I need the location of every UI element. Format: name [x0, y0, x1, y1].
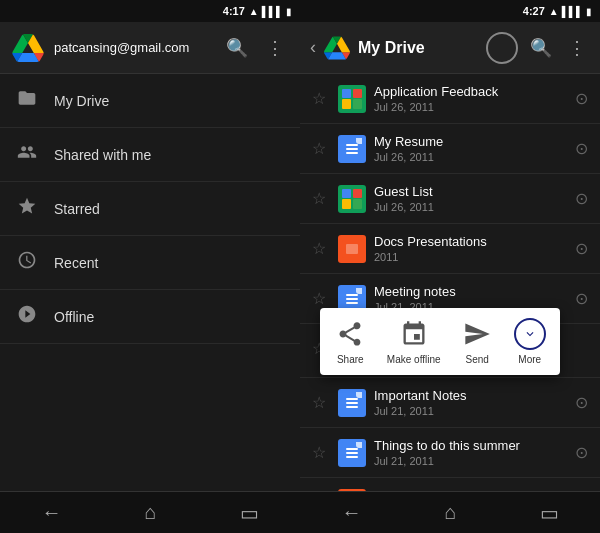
sidebar-item-label: My Drive — [54, 93, 109, 109]
sidebar-item-my-drive[interactable]: My Drive — [0, 74, 300, 128]
left-status-bar: 4:17 ▲ ▌▌▌ ▮ — [0, 0, 300, 22]
file-name: My Resume — [374, 134, 570, 149]
back-button[interactable]: ← — [341, 501, 361, 524]
share-label: Share — [337, 354, 364, 365]
right-header: ‹ My Drive 🔍 ⋮ — [300, 22, 600, 74]
right-header-title: My Drive — [358, 39, 478, 57]
signal-icon: ▌▌▌ — [262, 6, 283, 17]
file-date: Jul 21, 2011 — [374, 455, 570, 467]
home-button[interactable]: ⌂ — [144, 501, 156, 524]
context-more[interactable]: More — [508, 316, 552, 367]
file-name: Application Feedback — [374, 84, 570, 99]
docs-icon — [338, 135, 366, 163]
star-icon[interactable]: ☆ — [308, 393, 330, 412]
left-status-icons: ▲ ▌▌▌ ▮ — [249, 6, 292, 17]
back-button[interactable]: ← — [41, 501, 61, 524]
pin-icon — [398, 318, 430, 350]
file-date: Jul 26, 2011 — [374, 151, 570, 163]
file-info: Cherry blossoms preso Jul 21, 2011 — [374, 488, 570, 491]
profile-circle[interactable] — [486, 32, 518, 64]
star-icon[interactable]: ☆ — [308, 239, 330, 258]
left-more-icon[interactable]: ⋮ — [262, 33, 288, 63]
file-item[interactable]: ☆ Things to do this summer Jul 21, 2011 … — [300, 428, 600, 478]
star-icon[interactable]: ☆ — [308, 189, 330, 208]
file-item-meeting-notes[interactable]: ☆ Meeting notes Jul 21, 2011 ⊙ — [300, 274, 600, 324]
file-list: ☆ Application Feedback Jul 26, 2011 ⊙ ☆ — [300, 74, 600, 491]
people-icon — [16, 142, 38, 167]
file-item[interactable]: ☆ Cherry blossoms preso Jul 21, 2011 ⊙ — [300, 478, 600, 491]
sheets-icon — [338, 85, 366, 113]
star-icon[interactable]: ☆ — [308, 139, 330, 158]
sidebar-item-shared[interactable]: Shared with me — [0, 128, 300, 182]
home-button[interactable]: ⌂ — [444, 501, 456, 524]
file-more-icon[interactable]: ⊙ — [570, 189, 592, 208]
sidebar-item-starred[interactable]: Starred — [0, 182, 300, 236]
file-more-icon[interactable]: ⊙ — [570, 393, 592, 412]
file-name: Cherry blossoms preso — [374, 488, 570, 491]
star-icon[interactable]: ☆ — [308, 89, 330, 108]
file-more-icon[interactable]: ⊙ — [570, 139, 592, 158]
right-more-icon[interactable]: ⋮ — [564, 33, 590, 63]
file-info: Application Feedback Jul 26, 2011 — [374, 84, 570, 113]
sidebar-item-offline[interactable]: Offline — [0, 290, 300, 344]
file-item[interactable]: ☆ Application Feedback Jul 26, 2011 ⊙ — [300, 74, 600, 124]
offline-label: Make offline — [387, 354, 441, 365]
slides-icon — [338, 489, 366, 492]
star-icon — [16, 196, 38, 221]
docs-icon — [338, 439, 366, 467]
sidebar-item-label: Recent — [54, 255, 98, 271]
file-date: Jul 26, 2011 — [374, 101, 570, 113]
battery-icon: ▮ — [286, 6, 292, 17]
file-more-icon[interactable]: ⊙ — [570, 289, 592, 308]
file-item[interactable]: ☆ Guest List Jul 26, 2011 ⊙ — [300, 174, 600, 224]
sidebar-item-recent[interactable]: Recent — [0, 236, 300, 290]
recents-button[interactable]: ▭ — [540, 501, 559, 525]
battery-icon: ▮ — [586, 6, 592, 17]
star-icon[interactable]: ☆ — [308, 443, 330, 462]
right-bottom-nav: ← ⌂ ▭ — [300, 491, 600, 533]
right-status-icons: ▲ ▌▌▌ ▮ — [549, 6, 592, 17]
star-icon[interactable]: ☆ — [308, 289, 330, 308]
file-more-icon[interactable]: ⊙ — [570, 239, 592, 258]
file-name: Things to do this summer — [374, 438, 570, 453]
drive-logo — [12, 34, 44, 62]
file-item[interactable]: ☆ Docs Presentations 2011 ⊙ — [300, 224, 600, 274]
sidebar-item-label: Starred — [54, 201, 100, 217]
right-panel: 4:27 ▲ ▌▌▌ ▮ ‹ My Drive 🔍 ⋮ ☆ — [300, 0, 600, 533]
context-share[interactable]: Share — [328, 316, 372, 367]
context-menu: Share Make offline — [320, 308, 560, 375]
sidebar-item-label: Offline — [54, 309, 94, 325]
file-date: Jul 21, 2011 — [374, 405, 570, 417]
more-circle-icon — [514, 318, 546, 350]
docs-icon — [338, 389, 366, 417]
left-time: 4:17 — [223, 5, 245, 17]
file-name: Guest List — [374, 184, 570, 199]
recents-button[interactable]: ▭ — [240, 501, 259, 525]
file-date: 2011 — [374, 251, 570, 263]
wifi-icon: ▲ — [249, 6, 259, 17]
file-item[interactable]: ☆ My Resume Jul 26, 2011 ⊙ — [300, 124, 600, 174]
file-info: Important Notes Jul 21, 2011 — [374, 388, 570, 417]
right-status-bar: 4:27 ▲ ▌▌▌ ▮ — [300, 0, 600, 22]
file-date: Jul 26, 2011 — [374, 201, 570, 213]
file-info: Docs Presentations 2011 — [374, 234, 570, 263]
left-nav: My Drive Shared with me Starred — [0, 74, 300, 491]
context-offline[interactable]: Make offline — [381, 316, 447, 367]
send-icon — [461, 318, 493, 350]
right-time: 4:27 — [523, 5, 545, 17]
folder-icon — [16, 88, 38, 113]
file-name: Important Notes — [374, 388, 570, 403]
sidebar-item-label: Shared with me — [54, 147, 151, 163]
back-icon[interactable]: ‹ — [310, 37, 316, 58]
file-more-icon[interactable]: ⊙ — [570, 443, 592, 462]
left-search-icon[interactable]: 🔍 — [222, 33, 252, 63]
offline-icon — [16, 304, 38, 329]
right-search-icon[interactable]: 🔍 — [526, 33, 556, 63]
clock-icon — [16, 250, 38, 275]
file-item[interactable]: ☆ Important Notes Jul 21, 2011 ⊙ — [300, 378, 600, 428]
file-info: Guest List Jul 26, 2011 — [374, 184, 570, 213]
sheets-icon — [338, 185, 366, 213]
file-more-icon[interactable]: ⊙ — [570, 89, 592, 108]
file-info: Things to do this summer Jul 21, 2011 — [374, 438, 570, 467]
context-send[interactable]: Send — [455, 316, 499, 367]
